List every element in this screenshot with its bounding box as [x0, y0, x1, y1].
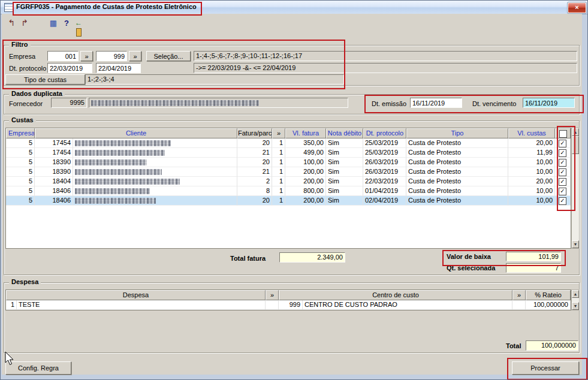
select-all-checkbox[interactable] [559, 130, 567, 138]
empresa-to-input[interactable] [96, 51, 127, 61]
custas-grid: Empresa Cliente Fatura/parc. » Vl. fatur… [5, 128, 571, 249]
client-name-redacted [75, 188, 150, 194]
dt-emissao-input[interactable] [410, 98, 462, 108]
custas-grid-header: Empresa Cliente Fatura/parc. » Vl. fatur… [6, 128, 571, 138]
scroll-up-icon[interactable]: ▲ [572, 290, 579, 298]
empresa-range-button-2[interactable]: » [129, 51, 141, 61]
column-header-vl-fatura[interactable]: Vl. fatura [285, 128, 326, 138]
despesa-scrollbar[interactable]: ▲ ▼ [571, 289, 580, 310]
empresa-label: Empresa [9, 53, 35, 60]
dt-vencimento-input[interactable] [523, 98, 575, 108]
row-checkbox[interactable]: ✓ [559, 159, 566, 167]
despesa-total-label: Total [506, 342, 521, 349]
grid-icon[interactable]: ▦ [47, 18, 59, 29]
table-row[interactable]: 5 18390 20 1 100,00 Sim 26/03/2019 Custa… [6, 158, 571, 167]
dt-protocolo-expr-field: ->= 22/03/2019 -&- <= 22/04/2019 [194, 63, 577, 73]
selecao-button[interactable]: Seleção... [146, 51, 191, 61]
fornecedor-label: Fornecedor [9, 100, 43, 107]
despesa-row[interactable]: 1 TESTE 999 CENTRO DE CUSTO PADRAO 100,0… [6, 300, 571, 310]
table-row-selected[interactable]: 5 18406 20 1 200,00 Sim 02/04/2019 Custa… [6, 196, 571, 206]
titlebar[interactable]: FGRFP035 - Pagamento de Custas de Protes… [1, 1, 587, 14]
client-name-redacted [75, 198, 156, 204]
empresa-range-button[interactable]: » [80, 51, 93, 61]
column-header-fatura-parc[interactable]: Fatura/parc. [237, 128, 272, 138]
column-header-empresa[interactable]: Empresa [6, 128, 35, 138]
table-row[interactable]: 5 17454 20 1 350,00 Sim 25/03/2019 Custa… [6, 138, 571, 148]
row-checkbox[interactable]: ✓ [559, 140, 566, 147]
dt-protocolo-from-input[interactable] [47, 63, 92, 73]
custas-group-title: Custas [9, 116, 36, 123]
empresa-list-field: 1-;4-;5-;6-;7-;8-;9-;10-;11-;12-;16-;17 [194, 51, 577, 61]
valor-baixa-field: 101,99 [506, 252, 561, 261]
processar-button[interactable]: Processar [512, 361, 579, 375]
fornecedor-name-redacted [91, 100, 259, 106]
scrollbar-thumb[interactable] [572, 136, 579, 154]
post-all-icon[interactable]: ↱ [19, 18, 31, 29]
column-header-cliente[interactable]: Cliente [35, 128, 237, 138]
dt-emissao-label: Dt. emissão [372, 100, 406, 107]
column-header-centro-custo[interactable]: Centro de custo [279, 290, 512, 300]
column-header-despesa-arrow[interactable]: » [266, 290, 279, 300]
table-row[interactable]: 5 18390 21 1 200,00 Sim 26/03/2019 Custa… [6, 167, 571, 177]
app-window: FGRFP035 - Pagamento de Custas de Protes… [0, 0, 588, 380]
column-header-nota-debito[interactable]: Nota débito [326, 128, 363, 138]
despesa-grid-header: Despesa » Centro de custo » % Rateio [6, 290, 571, 300]
dt-protocolo-to-input[interactable] [96, 63, 141, 73]
row-checkbox[interactable]: ✓ [559, 188, 566, 195]
column-header-rateio[interactable]: % Rateio [526, 290, 571, 300]
window-title: FGRFP035 - Pagamento de Custas de Protes… [16, 3, 197, 10]
fornecedor-code-field: 9995 [51, 98, 87, 108]
row-checkbox[interactable]: ✓ [559, 149, 566, 157]
client-name-redacted [75, 169, 162, 175]
dt-protocolo-label: Dt. protocolo [9, 65, 46, 72]
exit-icon[interactable]: ← [73, 18, 85, 29]
row-checkbox[interactable]: ✓ [559, 197, 566, 205]
config-regra-button[interactable]: Config. Regra [5, 361, 71, 375]
dt-vencimento-label: Dt. vencimento [472, 100, 516, 107]
table-row[interactable]: 5 17454 21 1 499,00 Sim 25/03/2019 Custa… [6, 148, 571, 158]
column-header-dt-protocolo[interactable]: Dt. protocolo [363, 128, 406, 138]
post-selection-icon[interactable]: ↰ [5, 18, 17, 29]
app-icon [4, 3, 13, 12]
column-header-select[interactable] [555, 128, 571, 138]
custas-scrollbar[interactable]: ▲ ▼ [571, 128, 580, 249]
row-checkbox[interactable]: ✓ [559, 178, 566, 186]
column-header-tipo[interactable]: Tipo [406, 128, 508, 138]
despesa-total-field: 100,000000 [526, 340, 578, 351]
column-header-parc-arrow[interactable]: » [272, 128, 285, 138]
valor-baixa-label: Valor de baixa [447, 253, 491, 260]
column-header-vl-custas[interactable]: Vl. custas [508, 128, 555, 138]
close-button[interactable]: × [568, 2, 586, 13]
scroll-up-icon[interactable]: ▲ [572, 128, 579, 136]
scroll-down-icon[interactable]: ▼ [572, 302, 579, 310]
row-checkbox[interactable]: ✓ [559, 168, 566, 176]
table-row[interactable]: 5 18406 8 1 800,00 Sim 01/04/2019 Custa … [6, 186, 571, 196]
total-fatura-label: Total fatura [230, 255, 266, 262]
client-name-redacted [75, 159, 147, 165]
tipo-custas-field: 1-;2-;3-;4 [85, 74, 344, 85]
qt-selecionada-label: Qt. selecionada [447, 264, 495, 272]
tipo-custas-button[interactable]: Tipo de custas [5, 74, 85, 85]
filtro-group-title: Filtro [9, 41, 31, 48]
help-icon[interactable]: ? [61, 18, 73, 29]
empresa-from-input[interactable] [47, 51, 79, 61]
client-name-redacted [75, 140, 171, 146]
table-row[interactable]: 5 18404 2 1 200,00 Sim 22/03/2019 Custa … [6, 177, 571, 186]
despesa-grid: Despesa » Centro de custo » % Rateio 1 T… [5, 289, 571, 310]
column-header-despesa[interactable]: Despesa [6, 290, 266, 300]
dados-duplicata-group-title: Dados duplicata [9, 90, 65, 97]
fornecedor-name-field [89, 98, 348, 108]
client-name-redacted [75, 179, 180, 185]
qt-selecionada-field: 7 [506, 263, 561, 273]
column-header-cc-arrow[interactable]: » [512, 290, 526, 300]
scroll-down-icon[interactable]: ▼ [572, 240, 579, 248]
total-fatura-field: 2.349,00 [279, 252, 345, 263]
client-name-redacted [75, 150, 165, 156]
despesa-group-title: Despesa [9, 278, 41, 285]
